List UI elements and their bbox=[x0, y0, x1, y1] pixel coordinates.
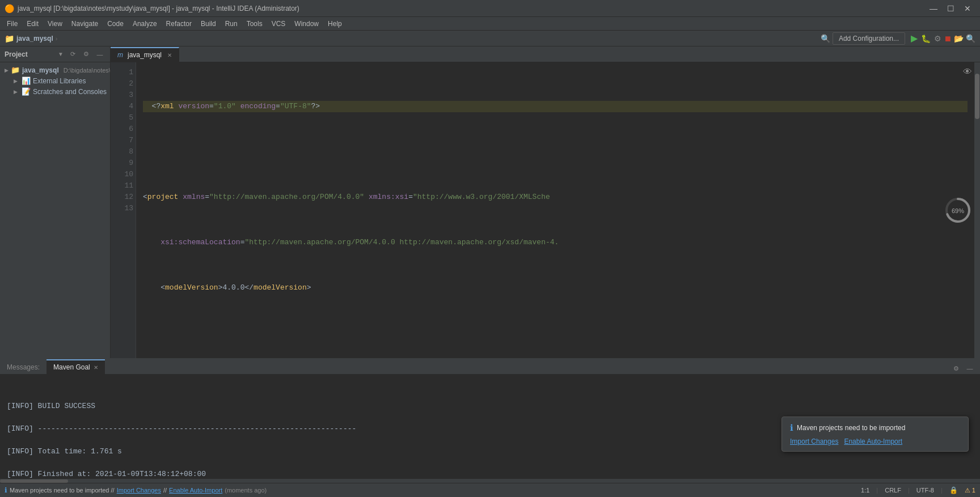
tab-maven-close[interactable]: ✕ bbox=[94, 364, 98, 371]
tab-maven-label: Maven Goal bbox=[53, 363, 90, 371]
line-num-3: 3 bbox=[113, 90, 133, 101]
tree-label-java-mysql: java_mysql bbox=[22, 66, 59, 74]
menu-edit[interactable]: Edit bbox=[22, 19, 43, 29]
close-button[interactable]: ✕ bbox=[960, 3, 975, 14]
code-line-3: <project xmlns="http://maven.apache.org/… bbox=[143, 192, 968, 203]
minimize-button[interactable]: — bbox=[926, 3, 941, 14]
status-import-link[interactable]: Import Changes bbox=[117, 487, 161, 494]
status-position[interactable]: 1:1 bbox=[861, 487, 869, 494]
status-message: Maven projects need to be imported // bbox=[10, 487, 115, 494]
bottom-panel: Messages: Maven Goal ✕ ⚙ — [INFO] BUILD … bbox=[0, 358, 980, 483]
code-content[interactable]: <?xml version="1.0" encoding="UTF-8"?> <… bbox=[136, 62, 974, 358]
breadcrumb-project[interactable]: java_mysql bbox=[16, 35, 53, 43]
line-num-9: 9 bbox=[113, 158, 133, 169]
scratches-icon: 📝 bbox=[22, 87, 31, 96]
stop-button[interactable]: ⏹ bbox=[944, 34, 952, 43]
menu-navigate[interactable]: Navigate bbox=[67, 19, 103, 29]
bottom-collapse-icon[interactable]: — bbox=[964, 363, 975, 374]
tree-item-external-libraries[interactable]: ▶ 📊 External Libraries bbox=[0, 75, 110, 86]
settings-icon[interactable]: ⚙ bbox=[81, 49, 92, 60]
code-line-4: xsi:schemaLocation="http://maven.apache.… bbox=[143, 237, 968, 248]
popup-actions: Import Changes Enable Auto-Import bbox=[790, 437, 960, 445]
popup-title-row: ℹ Maven projects need to be imported bbox=[790, 423, 960, 433]
code-line-6 bbox=[143, 328, 968, 339]
enable-auto-import-link[interactable]: Enable Auto-Import bbox=[844, 437, 902, 445]
toolbar-right: 🔍 Add Configuration... ▶ 🐛 ⚙ ⏹ 📂 🔍 bbox=[821, 32, 975, 45]
add-configuration-button[interactable]: Add Configuration... bbox=[833, 32, 905, 45]
build-icon[interactable]: ⚙ bbox=[934, 34, 941, 43]
svg-text:69%: 69% bbox=[952, 207, 964, 214]
maximize-button[interactable]: ☐ bbox=[943, 3, 958, 14]
warnings-icon[interactable]: ⚠ 1 bbox=[965, 487, 975, 494]
tree-arrow-java-mysql: ▶ bbox=[5, 67, 9, 73]
tab-messages-label: Messages: bbox=[7, 363, 40, 371]
search-everywhere-icon[interactable]: 🔍 bbox=[966, 34, 975, 43]
menu-bar: File Edit View Navigate Code Analyze Ref… bbox=[0, 17, 980, 31]
main-layout: Project ▼ ⟳ ⚙ — ▶ 📁 java_mysql D:\bigdat… bbox=[0, 46, 980, 358]
sidebar-tree: ▶ 📁 java_mysql D:\bigdata\notes\mystudy\… bbox=[0, 62, 110, 358]
tree-path-java-mysql: D:\bigdata\notes\mystudy\java_mysql bbox=[64, 67, 110, 74]
breadcrumb-separator: › bbox=[56, 35, 58, 42]
tab-filename: java_mysql bbox=[128, 51, 162, 59]
bottom-scroll-thumb[interactable] bbox=[0, 479, 68, 483]
run-button[interactable]: ▶ bbox=[911, 33, 918, 44]
sidebar-dropdown-icon[interactable]: ▼ bbox=[58, 51, 64, 57]
menu-vcs[interactable]: VCS bbox=[267, 19, 290, 29]
line-num-8: 8 bbox=[113, 146, 133, 158]
status-sep2: | bbox=[876, 487, 878, 494]
menu-build[interactable]: Build bbox=[196, 19, 221, 29]
search-icon[interactable]: 🔍 bbox=[821, 34, 830, 43]
sidebar-header: Project ▼ ⟳ ⚙ — bbox=[0, 46, 110, 62]
status-sep1: // bbox=[163, 487, 167, 494]
status-info-icon: ℹ bbox=[5, 486, 7, 494]
tree-label-scratches: Scratches and Consoles bbox=[33, 88, 107, 96]
tree-arrow-external-libs: ▶ bbox=[14, 78, 19, 84]
line-num-10: 10 bbox=[113, 169, 133, 180]
line-num-11: 11 bbox=[113, 180, 133, 192]
menu-help[interactable]: Help bbox=[323, 19, 347, 29]
line-num-7: 7 bbox=[113, 135, 133, 146]
status-time: (moments ago) bbox=[225, 487, 267, 494]
menu-refactor[interactable]: Refactor bbox=[162, 19, 196, 29]
menu-run[interactable]: Run bbox=[221, 19, 242, 29]
line-num-2: 2 bbox=[113, 78, 133, 90]
bottom-settings-icon[interactable]: ⚙ bbox=[951, 363, 962, 374]
line-num-12: 12 bbox=[113, 192, 133, 203]
code-line-1: <?xml version="1.0" encoding="UTF-8"?> bbox=[143, 101, 968, 112]
menu-tools[interactable]: Tools bbox=[242, 19, 267, 29]
status-bar: ℹ Maven projects need to be imported // … bbox=[0, 483, 980, 497]
import-changes-link[interactable]: Import Changes bbox=[790, 437, 838, 445]
menu-analyze[interactable]: Analyze bbox=[128, 19, 162, 29]
collapse-icon[interactable]: — bbox=[94, 49, 105, 60]
tree-label-external-libraries: External Libraries bbox=[33, 77, 86, 85]
editor-tab-java-mysql[interactable]: m java_mysql ✕ bbox=[111, 47, 179, 62]
window-title: java_mysql [D:\bigdata\notes\mystudy\jav… bbox=[18, 5, 926, 12]
status-auto-import-link[interactable]: Enable Auto-Import bbox=[169, 487, 222, 494]
code-line-5: <modelVersion>4.0.0</modelVersion> bbox=[143, 282, 968, 294]
console-line-1: [INFO] BUILD SUCCESS bbox=[7, 401, 973, 412]
sidebar-toolbar: ⟳ ⚙ — bbox=[67, 49, 105, 60]
bottom-scrollbar[interactable] bbox=[0, 478, 980, 483]
tab-close-button[interactable]: ✕ bbox=[167, 52, 172, 58]
tree-item-scratches[interactable]: ▶ 📝 Scratches and Consoles bbox=[0, 86, 110, 97]
menu-view[interactable]: View bbox=[43, 19, 67, 29]
vertical-scrollbar[interactable] bbox=[974, 62, 980, 358]
tree-item-java-mysql[interactable]: ▶ 📁 java_mysql D:\bigdata\notes\mystudy\… bbox=[0, 65, 110, 75]
debug-button[interactable]: 🐛 bbox=[921, 34, 931, 43]
sync-icon[interactable]: ⟳ bbox=[67, 49, 78, 60]
tree-arrow-scratches: ▶ bbox=[14, 89, 19, 95]
tab-messages[interactable]: Messages: bbox=[0, 359, 47, 374]
menu-window[interactable]: Window bbox=[290, 19, 323, 29]
eye-icon[interactable]: 👁 bbox=[963, 67, 972, 77]
status-encoding[interactable]: UTF-8 bbox=[916, 487, 934, 494]
tab-prefix-m: m bbox=[117, 51, 123, 59]
title-bar: 🟠 java_mysql [D:\bigdata\notes\mystudy\j… bbox=[0, 0, 980, 17]
status-crlf[interactable]: CRLF bbox=[885, 487, 901, 494]
menu-code[interactable]: Code bbox=[103, 19, 128, 29]
library-icon: 📊 bbox=[22, 77, 31, 85]
scroll-thumb[interactable] bbox=[975, 74, 979, 119]
line-num-4: 4 bbox=[113, 101, 133, 112]
project-files-icon[interactable]: 📂 bbox=[954, 34, 964, 43]
tab-maven-goal[interactable]: Maven Goal ✕ bbox=[47, 359, 105, 374]
menu-file[interactable]: File bbox=[2, 19, 22, 29]
